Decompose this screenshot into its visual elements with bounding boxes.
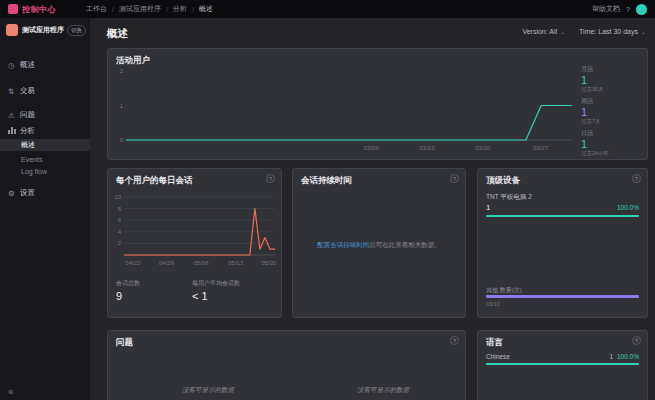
card-issues: 问题 ? 没有可显示的数据 没有可显示的数据 xyxy=(107,330,466,400)
help-link[interactable]: 帮助文档 xyxy=(592,4,620,14)
card-top-devices: 顶级设备 ? TNT 平板电脑 2 1 100.0% 其他 数量(次) 03/1… xyxy=(477,168,648,318)
stat-sub: 过去30天 xyxy=(581,86,643,93)
stat-avg-sessions: 每用户平均会话数 < 1 xyxy=(192,279,268,302)
stat-wau: 周活 1 过去7天 xyxy=(581,97,643,125)
card-active-users: 活动用户 21003/0603/1303/2003/27 月活 1 过去30天 … xyxy=(107,48,648,160)
language-percent: 100.0% xyxy=(617,353,639,360)
bar-chart-icon xyxy=(8,126,20,136)
page-title: 概述 xyxy=(107,27,128,41)
project-switch-badge[interactable]: 切换 xyxy=(67,25,86,36)
svg-text:03/13: 03/13 xyxy=(420,145,436,151)
stat-sub: 过去24小时 xyxy=(581,150,643,157)
sidebar-collapse-button[interactable]: « xyxy=(8,386,14,397)
svg-text:03/20: 03/20 xyxy=(475,145,491,151)
svg-text:04/22: 04/22 xyxy=(126,260,142,266)
sidebar-subitem-events[interactable]: Events xyxy=(0,153,90,165)
card-title: 每个用户的每日会话 xyxy=(116,175,193,187)
chevron-down-icon: ⌄ xyxy=(560,28,565,35)
breadcrumb-current: 概述 xyxy=(199,4,213,14)
stat-label: 日活 xyxy=(581,129,643,138)
project-switcher[interactable]: 测试应用程序 切换 xyxy=(6,24,86,36)
sidebar-subitem-label: Events xyxy=(21,156,42,163)
info-icon[interactable]: ? xyxy=(632,174,641,183)
stat-value: 1 xyxy=(581,74,643,86)
top-bar: 控制中心 工作台 / 测试应用程序 / 分析 / 概述 帮助文档 ? xyxy=(0,0,655,18)
sidebar-subitem-overview[interactable]: 概述 xyxy=(0,139,90,151)
card-title: 语言 xyxy=(486,337,503,349)
sidebar-item-analysis[interactable]: 分析 xyxy=(0,124,90,138)
card-daily-sessions: 每个用户的每日会话 ? 10864204/2204/2905/0605/1305… xyxy=(107,168,282,318)
stat-label: 每用户平均会话数 xyxy=(192,279,268,288)
info-icon[interactable]: ? xyxy=(266,174,275,183)
daily-sessions-stats: 会话总数 9 每用户平均会话数 < 1 xyxy=(116,279,276,302)
breadcrumb-home[interactable]: 工作台 xyxy=(86,4,107,14)
stat-value: 1 xyxy=(581,138,643,150)
device-name[interactable]: TNT 平板电脑 2 xyxy=(486,193,532,202)
stat-dau: 日活 1 过去24小时 xyxy=(581,129,643,157)
app-root: 控制中心 工作台 / 测试应用程序 / 分析 / 概述 帮助文档 ? 测试应用程… xyxy=(0,0,655,400)
breadcrumb-separator: / xyxy=(192,6,194,13)
svg-text:2: 2 xyxy=(118,240,122,246)
device-percent: 100.0% xyxy=(617,204,639,211)
version-filter-label: Version: All xyxy=(522,28,557,35)
breadcrumb-separator: / xyxy=(112,6,114,13)
stat-label: 月活 xyxy=(581,65,643,74)
project-name: 测试应用程序 xyxy=(22,25,64,35)
filter-bar: Version: All ⌄ Time: Last 30 days ⌄ xyxy=(522,28,646,35)
setup-link[interactable]: 配置会话持续时间 xyxy=(317,241,369,248)
breadcrumb-section[interactable]: 分析 xyxy=(173,4,187,14)
time-filter[interactable]: Time: Last 30 days ⌄ xyxy=(579,28,646,35)
card-title: 问题 xyxy=(116,337,133,349)
svg-text:05/06: 05/06 xyxy=(194,260,210,266)
sidebar-item-transactions[interactable]: ⇅ 交易 xyxy=(0,84,90,98)
active-users-stats: 月活 1 过去30天 周活 1 过去7天 日活 1 过去24小时 xyxy=(581,65,643,161)
empty-state-message: 配置会话持续时间后可在此查看相关数据。 xyxy=(297,241,461,250)
breadcrumb: 工作台 / 测试应用程序 / 分析 / 概述 xyxy=(86,4,213,14)
svg-text:1: 1 xyxy=(120,103,124,109)
version-filter[interactable]: Version: All ⌄ xyxy=(522,28,565,35)
help-shortcut-icon[interactable]: ? xyxy=(626,6,630,13)
info-icon[interactable]: ? xyxy=(632,336,641,345)
sidebar-subitem-label: Log flow xyxy=(21,168,47,175)
svg-text:05/13: 05/13 xyxy=(228,260,244,266)
language-count: 1 xyxy=(609,353,613,360)
active-users-line-chart: 21003/0603/1303/2003/27 xyxy=(114,65,576,157)
logo-icon[interactable] xyxy=(8,4,18,14)
sidebar-item-settings[interactable]: ⚙ 设置 xyxy=(0,186,90,200)
sidebar-item-overview[interactable]: ◷ 概述 xyxy=(0,58,90,72)
logo-text[interactable]: 控制中心 xyxy=(22,4,56,15)
info-icon[interactable]: ? xyxy=(450,174,459,183)
devices-footer-bar xyxy=(486,295,639,298)
breadcrumb-project[interactable]: 测试应用程序 xyxy=(119,4,161,14)
stat-value: 1 xyxy=(581,106,643,118)
sidebar-item-label: 分析 xyxy=(20,126,35,136)
chevron-down-icon: ⌄ xyxy=(641,28,646,35)
svg-text:03/06: 03/06 xyxy=(364,145,380,151)
stat-value: 9 xyxy=(116,290,192,302)
svg-text:6: 6 xyxy=(118,217,122,223)
card-language: 语言 ? Chinese 1 100.0% xyxy=(477,330,648,400)
sidebar-item-label: 概述 xyxy=(20,60,35,70)
devices-footer-sub: 03/10 xyxy=(486,301,500,307)
breadcrumb-separator: / xyxy=(166,6,168,13)
user-avatar[interactable] xyxy=(636,4,647,15)
language-name[interactable]: Chinese xyxy=(486,353,510,360)
language-bar xyxy=(486,363,639,365)
devices-footer-label: 其他 数量(次) xyxy=(486,286,522,295)
sidebar-item-label: 设置 xyxy=(20,188,35,198)
stat-mau: 月活 1 过去30天 xyxy=(581,65,643,93)
device-bar xyxy=(486,215,639,217)
sidebar-item-issues[interactable]: ⚠ 问题 xyxy=(0,108,90,122)
sidebar-subitem-logflow[interactable]: Log flow xyxy=(0,165,90,177)
daily-sessions-line-chart: 10864204/2204/2905/0605/1305/20 xyxy=(110,191,279,275)
svg-text:4: 4 xyxy=(118,229,122,235)
card-title: 顶级设备 xyxy=(486,175,520,187)
svg-text:10: 10 xyxy=(114,194,121,200)
sidebar: 测试应用程序 切换 ◷ 概述 ⇅ 交易 ⚠ 问题 分析 概述 Events Lo xyxy=(0,18,90,400)
svg-text:04/29: 04/29 xyxy=(159,260,175,266)
sidebar-item-label: 交易 xyxy=(20,86,35,96)
info-icon[interactable]: ? xyxy=(450,336,459,345)
svg-text:03/27: 03/27 xyxy=(533,145,549,151)
card-session-duration: 会话持续时间 ? 配置会话持续时间后可在此查看相关数据。 xyxy=(292,168,466,318)
empty-state-message: 没有可显示的数据 xyxy=(303,386,463,395)
